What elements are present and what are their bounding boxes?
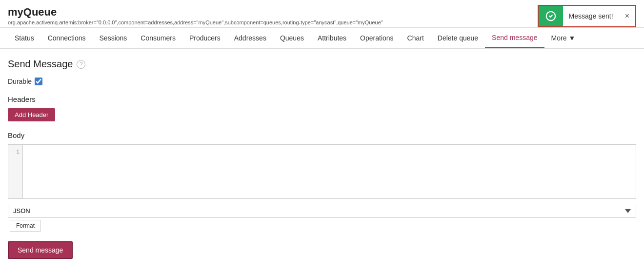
code-editor-container: 1 [8, 144, 636, 199]
notification-close-button[interactable]: × [619, 8, 635, 24]
durable-label: Durable [8, 78, 32, 85]
format-select[interactable]: JSON XML Plain Text [8, 204, 636, 218]
more-chevron-icon: ▼ [568, 34, 575, 42]
nav-item-more[interactable]: More ▼ [544, 28, 583, 48]
nav-item-consumers[interactable]: Consumers [134, 28, 182, 48]
format-button-row: Format [8, 218, 636, 234]
editor-inner: 1 [8, 145, 636, 198]
nav-item-connections[interactable]: Connections [41, 28, 93, 48]
line-number-1: 1 [11, 149, 20, 156]
body-textarea[interactable] [23, 145, 636, 198]
send-message-button[interactable]: Send message [8, 241, 73, 259]
nav-item-operations[interactable]: Operations [353, 28, 400, 48]
nav-item-addresses[interactable]: Addresses [227, 28, 273, 48]
nav-item-queues[interactable]: Queues [273, 28, 311, 48]
nav-item-delete-queue[interactable]: Delete queue [431, 28, 485, 48]
notification-text: Message sent! [563, 8, 619, 24]
format-select-wrapper: JSON XML Plain Text [8, 204, 636, 218]
notification-banner: Message sent! × [538, 5, 636, 27]
navigation-bar: Status Connections Sessions Consumers Pr… [0, 27, 644, 49]
top-bar: myQueue org.apache.activemq.artemis:brok… [0, 0, 644, 27]
durable-checkbox[interactable] [35, 78, 42, 85]
add-header-button[interactable]: Add Header [8, 108, 55, 121]
nav-item-attributes[interactable]: Attributes [311, 28, 353, 48]
notification-icon [539, 6, 563, 26]
main-content: Send Message ? Durable Headers Add Heade… [0, 49, 644, 269]
line-numbers: 1 [8, 145, 23, 198]
format-button[interactable]: Format [10, 220, 41, 232]
headers-label: Headers [8, 95, 636, 103]
help-icon[interactable]: ? [77, 60, 85, 69]
page-title: Send Message ? [8, 58, 636, 70]
nav-item-send-message[interactable]: Send message [485, 28, 544, 48]
nav-item-sessions[interactable]: Sessions [93, 28, 134, 48]
body-section: Body 1 [8, 131, 636, 199]
nav-item-status[interactable]: Status [8, 28, 41, 48]
nav-item-chart[interactable]: Chart [401, 28, 431, 48]
durable-row: Durable [8, 78, 636, 85]
body-label: Body [8, 131, 636, 139]
page-title-text: Send Message [8, 58, 73, 70]
bottom-actions: Send message [8, 241, 636, 259]
nav-item-producers[interactable]: Producers [182, 28, 227, 48]
